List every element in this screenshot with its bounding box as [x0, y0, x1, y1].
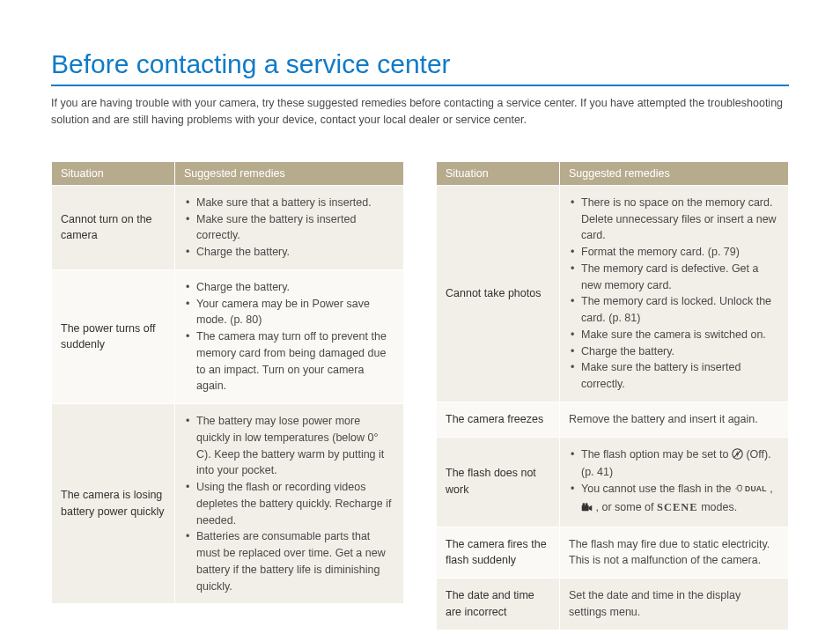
col-header-situation: Situation — [52, 161, 175, 185]
list-item: Charge the battery. — [569, 343, 779, 360]
text: , or some of — [595, 501, 656, 513]
remedy-cell: There is no space on the memory card. De… — [560, 185, 789, 402]
text: You cannot use the flash in the — [581, 483, 734, 495]
table-row: Cannot take photos There is no space on … — [437, 185, 789, 402]
list-item: The flash option may be set to (Off). (p… — [569, 446, 779, 482]
flash-off-icon — [732, 448, 743, 465]
title-rule — [51, 85, 789, 86]
troubleshoot-table-left: Situation Suggested remedies Cannot turn… — [51, 161, 404, 605]
list-item: Format the memory card. (p. 79) — [569, 244, 779, 261]
list-item: Make sure the camera is switched on. — [569, 327, 779, 343]
remedy-cell: The battery may lose power more quickly … — [175, 404, 404, 604]
remedy-cell: Remove the battery and insert it again. — [560, 402, 789, 437]
situation-cell: Cannot take photos — [437, 185, 560, 402]
list-item: Make sure that a battery is inserted. — [184, 195, 394, 211]
table-row: The flash does not work The flash option… — [437, 437, 789, 527]
table-row: The camera freezes Remove the battery an… — [437, 402, 789, 437]
table-row: The date and time are incorrect Set the … — [437, 579, 789, 630]
two-column-layout: Situation Suggested remedies Cannot turn… — [51, 161, 789, 630]
table-row: The camera fires the flash suddenly The … — [437, 527, 789, 579]
situation-cell: The power turns off suddenly — [52, 269, 175, 403]
list-item: Using the flash or recording videos depl… — [184, 479, 394, 528]
remedy-cell: Charge the battery. Your camera may be i… — [175, 269, 404, 403]
remedy-cell: Make sure that a battery is inserted. Ma… — [175, 185, 404, 269]
list-item: Charge the battery. — [184, 279, 394, 296]
col-header-remedies: Suggested remedies — [175, 161, 404, 185]
hand-dual-icon — [734, 483, 745, 499]
movie-mode-icon — [581, 501, 593, 518]
situation-cell: The camera is losing battery power quick… — [52, 404, 175, 604]
col-header-situation: Situation — [437, 161, 560, 185]
col-header-remedies: Suggested remedies — [560, 161, 789, 185]
situation-cell: The camera fires the flash suddenly — [437, 527, 560, 579]
list-item: Make sure the battery is inserted correc… — [569, 359, 779, 393]
text: modes. — [701, 501, 737, 513]
situation-cell: The camera freezes — [437, 402, 560, 437]
dual-label: DUAL — [745, 484, 767, 493]
svg-rect-2 — [582, 505, 589, 512]
list-item: The camera may turn off to prevent the m… — [184, 328, 394, 394]
situation-cell: The flash does not work — [437, 437, 560, 527]
list-item: The memory card is defective. Get a new … — [569, 261, 779, 294]
page-title: Before contacting a service center — [51, 49, 789, 79]
list-item: Your camera may be in Power save mode. (… — [184, 296, 394, 329]
list-item: Batteries are consumable parts that must… — [184, 528, 394, 594]
remedy-cell: The flash may fire due to static electri… — [560, 527, 789, 579]
text: , — [770, 483, 772, 495]
right-column: Situation Suggested remedies Cannot take… — [436, 161, 789, 630]
remedy-cell: Set the date and time in the display set… — [560, 579, 789, 630]
list-item: The battery may lose power more quickly … — [184, 413, 394, 479]
list-item: Charge the battery. — [184, 244, 394, 261]
situation-cell: Cannot turn on the camera — [52, 185, 175, 269]
intro-paragraph: If you are having trouble with your came… — [51, 95, 789, 129]
svg-line-1 — [733, 450, 741, 457]
remedy-cell: The flash option may be set to (Off). (p… — [560, 437, 789, 527]
list-item: The memory card is locked. Unlock the ca… — [569, 293, 779, 327]
svg-point-4 — [586, 503, 588, 505]
table-row: Cannot turn on the camera Make sure that… — [52, 185, 404, 269]
situation-cell: The date and time are incorrect — [437, 579, 560, 630]
manual-page: Before contacting a service center If yo… — [0, 0, 840, 634]
list-item: You cannot use the flash in the DUAL , ,… — [569, 481, 779, 518]
table-row: The power turns off suddenly Charge the … — [52, 269, 404, 403]
scene-label: SCENE — [657, 501, 698, 513]
table-row: The camera is losing battery power quick… — [52, 404, 404, 604]
text: The flash option may be set to — [581, 448, 732, 461]
svg-point-3 — [582, 503, 585, 505]
left-column: Situation Suggested remedies Cannot turn… — [51, 161, 404, 630]
list-item: There is no space on the memory card. De… — [569, 195, 779, 244]
troubleshoot-table-right: Situation Suggested remedies Cannot take… — [436, 161, 789, 630]
list-item: Make sure the battery is inserted correc… — [184, 211, 394, 245]
